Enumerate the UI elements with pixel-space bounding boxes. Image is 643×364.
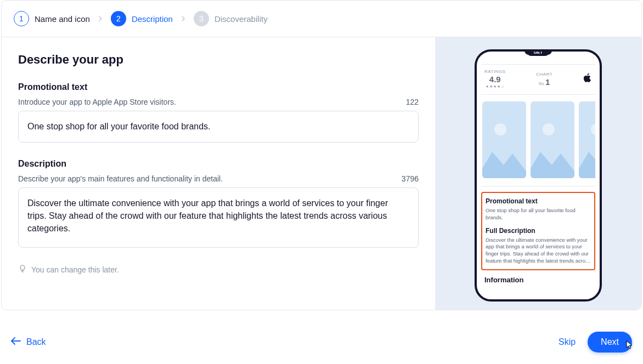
description-counter: 3796: [402, 174, 419, 183]
footer-bar: Back Skip Next: [0, 320, 643, 364]
screenshot-placeholder: [482, 101, 526, 178]
step-name-and-icon[interactable]: 1 Name and icon: [14, 11, 90, 26]
stepper: 1 Name and icon 2 Description 3 Discover…: [2, 1, 641, 37]
screenshot-placeholder: [579, 101, 595, 178]
back-label: Back: [26, 337, 46, 347]
lightbulb-icon: [18, 264, 27, 275]
chart-no: No.: [539, 82, 545, 86]
step-description[interactable]: 2 Description: [111, 11, 173, 26]
preview-promo-title: Promotional text: [486, 197, 591, 205]
screenshots-row: [481, 95, 595, 186]
content-row: Describe your app Promotional text Intro…: [2, 37, 641, 310]
phone-status-row: GET: [481, 52, 595, 65]
step-3-circle: 3: [194, 11, 209, 26]
ratings-metric: RATINGS 4.9 ★★★★☆: [484, 69, 505, 89]
hint-text: You can change this later.: [31, 265, 119, 274]
promo-input[interactable]: [18, 111, 419, 143]
promo-label: Promotional text: [18, 82, 419, 92]
step-3-label: Discoverability: [215, 14, 268, 24]
chart-value: 1: [545, 77, 550, 87]
ratings-value: 4.9: [489, 75, 501, 84]
description-label: Description: [18, 159, 419, 169]
back-button[interactable]: Back: [11, 337, 46, 347]
form-panel: Describe your app Promotional text Intro…: [2, 37, 435, 310]
metrics-row: RATINGS 4.9 ★★★★☆ CHART No. 1: [481, 65, 595, 95]
chevron-right-icon: [98, 16, 103, 21]
step-2-label: Description: [132, 14, 173, 24]
preview-full-title: Full Description: [486, 227, 591, 235]
promo-counter: 122: [406, 98, 419, 106]
phone-mockup: GET RATINGS 4.9 ★★★★☆ CHART No. 1: [475, 49, 602, 302]
hint-row: You can change this later.: [18, 264, 419, 275]
chart-label: CHART: [536, 72, 552, 77]
preview-information-title: Information: [481, 276, 595, 284]
preview-promo-text: One stop shop for all your favorite food…: [486, 207, 591, 221]
chart-metric: CHART No. 1: [536, 72, 552, 87]
preview-full-text: Discover the ultimate convenience with y…: [486, 237, 591, 265]
apple-icon: [583, 73, 592, 85]
page-title: Describe your app: [18, 53, 419, 67]
get-pill: GET: [527, 52, 549, 56]
description-help: Describe your app's main features and fu…: [18, 174, 223, 183]
promo-help: Introduce your app to Apple App Store vi…: [18, 98, 176, 106]
ratings-label: RATINGS: [484, 69, 505, 74]
description-input[interactable]: [18, 187, 419, 248]
stepper-card: 1 Name and icon 2 Description 3 Discover…: [1, 0, 642, 310]
next-button[interactable]: Next: [588, 332, 632, 352]
step-1-circle: 1: [14, 11, 29, 26]
arrow-left-icon: [11, 337, 21, 347]
step-1-label: Name and icon: [35, 14, 90, 24]
preview-highlight: Promotional text One stop shop for all y…: [481, 192, 595, 270]
promo-field: Promotional text Introduce your app to A…: [18, 82, 419, 145]
preview-panel: GET RATINGS 4.9 ★★★★☆ CHART No. 1: [435, 37, 641, 310]
screenshot-placeholder: [531, 101, 574, 178]
ratings-stars: ★★★★☆: [486, 84, 505, 89]
skip-button[interactable]: Skip: [559, 337, 576, 347]
chevron-right-icon: [181, 16, 186, 21]
step-2-circle: 2: [111, 11, 126, 26]
description-field: Description Describe your app's main fea…: [18, 159, 419, 250]
step-discoverability[interactable]: 3 Discoverability: [194, 11, 268, 26]
